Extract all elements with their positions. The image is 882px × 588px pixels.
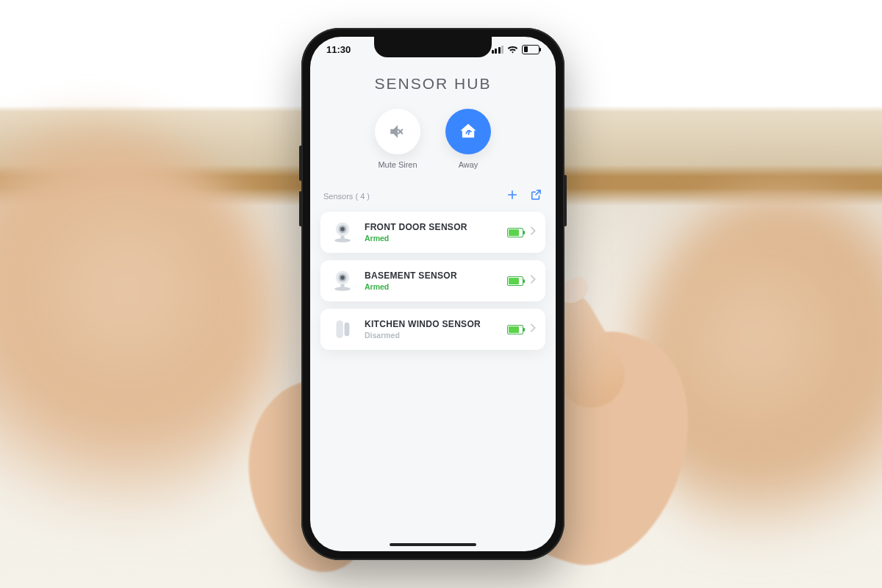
sensor-info: BASEMENT SENSORArmed: [365, 270, 498, 291]
sensor-thumb-icon: [329, 316, 356, 343]
sensor-row[interactable]: BASEMENT SENSORArmed: [320, 260, 545, 301]
svg-rect-11: [345, 323, 350, 337]
add-sensor-button[interactable]: [506, 188, 519, 204]
home-away-icon: [458, 121, 478, 142]
status-time: 11:30: [326, 44, 351, 55]
sensor-name: BASEMENT SENSOR: [365, 270, 498, 281]
battery-icon: [522, 45, 539, 54]
away-button[interactable]: Away: [445, 109, 491, 169]
sensor-tail: [507, 226, 537, 239]
sensor-thumb-icon: [329, 219, 356, 245]
page-title: SENSOR HUB: [310, 75, 556, 93]
plus-icon: [506, 188, 519, 201]
svg-point-4: [340, 227, 345, 232]
battery-level-icon: [507, 276, 523, 286]
battery-level-icon: [507, 325, 523, 334]
sensor-row[interactable]: FRONT DOOR SENSORArmed: [320, 212, 545, 253]
sensor-tail: [507, 274, 537, 287]
sensors-header: Sensors ( 4 ): [310, 188, 556, 204]
sensor-name: FRONT DOOR SENSOR: [365, 222, 498, 232]
sensor-state: Disarmed: [365, 331, 498, 340]
power-button: [564, 175, 567, 226]
svg-rect-10: [337, 320, 343, 338]
away-label: Away: [459, 160, 478, 169]
scene-background: 11:30 SENSOR HUB Mute Siren: [0, 0, 882, 588]
home-indicator[interactable]: [390, 543, 476, 546]
mute-siren-button[interactable]: Mute Siren: [375, 109, 420, 169]
sensor-state: Armed: [365, 234, 498, 243]
mute-label: Mute Siren: [378, 160, 417, 169]
chevron-right-icon: [529, 226, 537, 239]
share-icon: [529, 188, 542, 201]
battery-level-icon: [507, 228, 523, 237]
chevron-right-icon: [529, 274, 537, 287]
mode-row: Mute Siren Away: [310, 109, 556, 169]
notch: [374, 37, 492, 57]
sensor-name: KITCHEN WINDO SENSOR: [365, 319, 498, 329]
phone-screen: 11:30 SENSOR HUB Mute Siren: [310, 37, 556, 551]
volume-down-button: [299, 191, 302, 226]
sensors-list: FRONT DOOR SENSORArmedBASEMENT SENSORArm…: [310, 212, 556, 350]
mute-icon: [388, 122, 407, 141]
share-button[interactable]: [529, 188, 542, 204]
status-right: [492, 45, 540, 54]
phone-frame: 11:30 SENSOR HUB Mute Siren: [301, 28, 564, 560]
app-content: SENSOR HUB Mute Siren Away: [310, 37, 556, 551]
volume-up-button: [299, 146, 302, 181]
sensor-info: FRONT DOOR SENSORArmed: [365, 222, 498, 243]
svg-point-9: [340, 276, 345, 280]
sensors-count-label: Sensors ( 4 ): [323, 192, 370, 201]
chevron-right-icon: [529, 323, 537, 336]
sensor-state: Armed: [365, 282, 498, 291]
sensor-row[interactable]: KITCHEN WINDO SENSORDisarmed: [320, 309, 545, 350]
cellular-icon: [492, 46, 504, 54]
sensor-thumb-icon: [329, 268, 356, 294]
wifi-icon: [507, 46, 518, 54]
bg-blur-left: [0, 125, 279, 537]
sensor-tail: [507, 323, 537, 336]
sensor-info: KITCHEN WINDO SENSORDisarmed: [365, 319, 498, 340]
